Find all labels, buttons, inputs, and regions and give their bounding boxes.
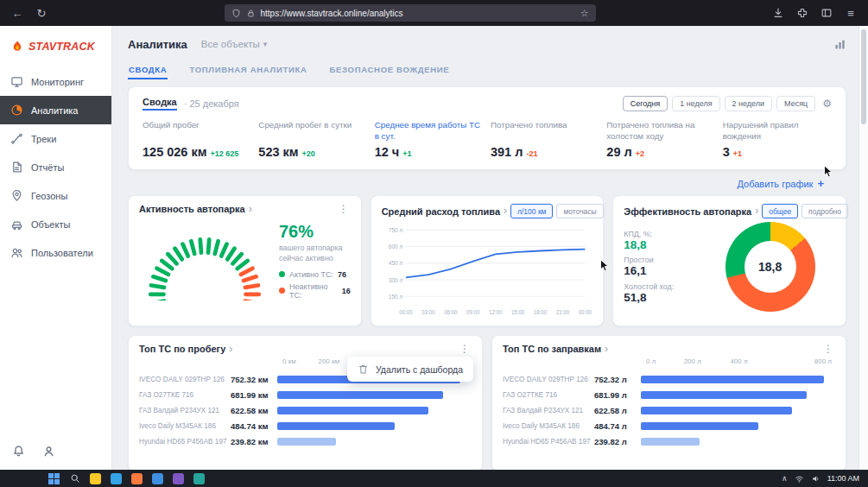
card-title[interactable]: Средний расход топлива xyxy=(382,206,500,217)
logo[interactable]: STAVTRACK xyxy=(0,26,111,64)
kpi-value: 12 ч xyxy=(375,145,400,159)
summary-subtab[interactable]: Сводка xyxy=(143,97,177,111)
kpi-1: Средний пробег в сутки 523 км +20 xyxy=(258,120,367,159)
range-button-0[interactable]: Сегодня xyxy=(623,96,668,111)
profile-icon[interactable] xyxy=(42,445,55,458)
vehicle-row: Hyundai HD65 Р456АВ 197 239.82 км xyxy=(139,437,472,446)
vehicle-name: ГАЗ Валдай Р234УХ 121 xyxy=(503,407,594,414)
vehicle-row: ГАЗ Валдай Р234УХ 121 622.58 км xyxy=(139,406,472,415)
summary-settings-gear-icon[interactable]: ⚙ xyxy=(822,98,832,109)
efficiency-stat: Простои 16,1 xyxy=(624,256,698,278)
card-menu-icon[interactable]: ⋮ xyxy=(821,344,835,354)
volume-icon[interactable] xyxy=(811,474,820,484)
scrollbar-thumb[interactable] xyxy=(861,29,866,124)
bookmark-star-icon[interactable]: ☆ xyxy=(580,9,589,18)
active-percent-value: 76% xyxy=(279,222,351,242)
bar xyxy=(641,391,807,399)
vehicle-name: ГАЗ О27ТКЕ 716 xyxy=(503,391,594,399)
sidebar-item-0[interactable]: Мониторинг xyxy=(0,67,111,96)
card-menu-icon[interactable]: ⋮ xyxy=(337,204,351,214)
fuel-toggle-1[interactable]: моточасы xyxy=(556,204,603,218)
tray-expand-icon[interactable]: ∧ xyxy=(782,475,788,483)
efficiency-toggle-0[interactable]: общее xyxy=(762,204,798,218)
card-context-menu: Удалить с дашборда xyxy=(347,357,473,382)
fuel-consumption-card: Средний расход топлива › л/100 кммоточас… xyxy=(371,195,605,326)
svg-text:21:00: 21:00 xyxy=(555,308,569,315)
kpi-label[interactable]: Среднее время работы ТС в сут. xyxy=(375,120,484,142)
browser-reload-icon[interactable]: ↻ xyxy=(35,6,48,20)
tracking-protection-shield-icon[interactable] xyxy=(231,9,241,18)
kpi-delta: -21 xyxy=(526,149,537,158)
stat-label: Холостой ход: xyxy=(624,282,698,291)
legend-label: Неактивно ТС: xyxy=(289,282,338,300)
axis-tick: 800 л xyxy=(814,357,832,365)
kpi-value: 3 xyxy=(723,145,730,159)
add-chart-label: Добавить график xyxy=(737,179,813,189)
card-title[interactable]: Топ ТС по заправкам xyxy=(503,344,601,354)
chevron-right-icon: › xyxy=(249,204,252,214)
logo-text: STAVTRACK xyxy=(29,41,95,53)
fuel-toggle-0[interactable]: л/100 км xyxy=(510,204,553,218)
vehicle-row: ГАЗ О27ТКЕ 716 681.99 л xyxy=(503,390,835,400)
url-text[interactable]: https://www.stavtrack.online/analytics xyxy=(261,9,403,18)
sidebar-item-1[interactable]: Аналитика xyxy=(0,96,111,124)
kpi-4: Потрачено топлива на холостом ходу 29 л … xyxy=(606,120,715,159)
search-icon[interactable] xyxy=(69,473,80,484)
page-scrollbar[interactable] xyxy=(858,26,868,470)
bar-track xyxy=(641,391,835,399)
remove-from-dashboard-item[interactable]: Удалить с дашборда xyxy=(376,364,463,375)
card-title[interactable]: Активность автопарка xyxy=(139,204,245,214)
range-button-2[interactable]: 2 недели xyxy=(725,96,773,111)
sidebar-item-5[interactable]: Объекты xyxy=(0,210,111,238)
bar-track xyxy=(277,438,472,446)
range-button-1[interactable]: 1 неделя xyxy=(672,96,719,111)
card-title[interactable]: Топ ТС по пробегу xyxy=(139,344,225,354)
extensions-icon[interactable] xyxy=(795,6,809,20)
edge-browser-icon[interactable] xyxy=(111,473,122,484)
fuel-unit-toggles: л/100 кммоточасы xyxy=(510,204,604,218)
legend-label: Активно ТС: xyxy=(289,270,333,279)
sidebar-item-2[interactable]: Треки xyxy=(0,124,111,153)
plus-icon: + xyxy=(817,178,824,189)
app-teal-icon[interactable] xyxy=(193,473,205,484)
vehicle-bars: IVECO DAILY 029ТНР 126 752.32 л ГАЗ О27Т… xyxy=(503,375,835,446)
tab-2[interactable]: БЕЗОПАСНОЕ ВОЖДЕНИЕ xyxy=(329,60,451,79)
firefox-browser-icon[interactable] xyxy=(131,473,143,484)
objects-filter-dropdown[interactable]: Все объекты ▾ xyxy=(201,39,267,49)
sidebar-item-3[interactable]: Отчёты xyxy=(0,153,111,181)
efficiency-toggle-1[interactable]: подробно xyxy=(801,204,848,218)
reports-icon xyxy=(10,161,23,174)
svg-text:450 л: 450 л xyxy=(388,259,402,268)
sidebar-item-6[interactable]: Пользователи xyxy=(0,238,111,267)
clock[interactable]: 11:00 AM xyxy=(827,474,859,483)
system-tray: ∧ 11:00 AM xyxy=(782,474,859,484)
tab-0[interactable]: СВОДКА xyxy=(128,60,168,79)
file-explorer-icon[interactable] xyxy=(90,473,101,484)
app-purple-icon[interactable] xyxy=(173,473,184,484)
sidebar-item-4[interactable]: Геозоны xyxy=(0,181,111,210)
vehicle-value: 752.32 км xyxy=(231,375,277,384)
vehicle-name: Iveco Daily М345АК 186 xyxy=(139,422,231,430)
browser-back-icon[interactable]: ← xyxy=(10,6,24,20)
kpi-row: Общий пробег 125 026 км +12 625 Средний … xyxy=(143,120,832,159)
vscode-icon[interactable] xyxy=(152,473,163,484)
vehicle-row: Hyundai HD65 Р456АВ 197 239.82 л xyxy=(503,437,835,446)
activity-legend: Активно ТС: 76 Неактивно ТС: 16 xyxy=(279,270,351,300)
address-bar[interactable]: https://www.stavtrack.online/analytics ☆ xyxy=(225,4,596,22)
add-chart-button[interactable]: Добавить график + xyxy=(737,178,824,189)
notifications-bell-icon[interactable] xyxy=(12,445,25,458)
range-button-3[interactable]: Месяц xyxy=(776,96,815,111)
card-title[interactable]: Эффективность автопарка xyxy=(624,206,751,217)
wifi-icon[interactable] xyxy=(795,474,804,484)
tab-1[interactable]: ТОПЛИВНАЯ АНАЛИТИКА xyxy=(188,60,307,79)
customize-dashboard-icon[interactable] xyxy=(833,38,846,51)
active-percent-caption: вашего автопарка сейчас активно xyxy=(279,244,351,263)
start-icon[interactable] xyxy=(48,473,60,484)
downloads-icon[interactable] xyxy=(771,6,785,20)
sidebar-toggle-icon[interactable] xyxy=(820,6,833,20)
svg-text:150 л: 150 л xyxy=(388,292,402,300)
browser-menu-icon[interactable]: ≡ xyxy=(844,6,858,20)
tracks-icon xyxy=(10,132,23,145)
card-menu-icon[interactable]: ⋮ xyxy=(458,344,472,354)
lock-icon xyxy=(246,9,256,18)
